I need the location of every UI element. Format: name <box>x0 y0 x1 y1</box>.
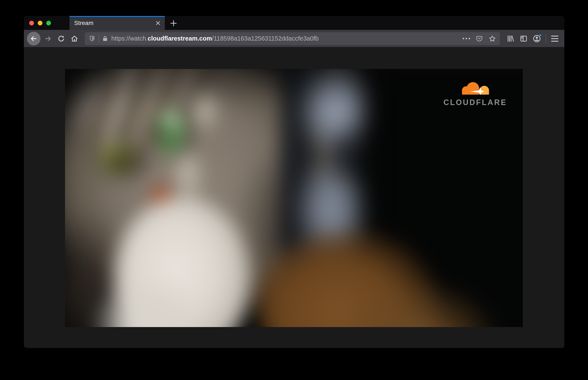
url-scheme: https://watch. <box>111 35 148 42</box>
reload-button[interactable] <box>56 33 67 44</box>
video-frame-cat <box>65 69 523 327</box>
sidebar-icon[interactable] <box>518 33 529 44</box>
navigation-toolbar: https://watch.cloudflarestream.com/11859… <box>24 30 564 47</box>
window-controls <box>24 21 51 25</box>
bookmark-star-icon[interactable] <box>488 35 496 42</box>
browser-window: Stream <box>24 16 564 348</box>
video-player[interactable]: CLOUDFLARE <box>65 69 523 327</box>
close-window-button[interactable] <box>29 21 34 25</box>
menu-hamburger-icon[interactable] <box>549 33 560 44</box>
back-button[interactable] <box>27 32 40 45</box>
library-icon[interactable] <box>505 33 516 44</box>
url-domain: cloudflarestream.com <box>148 35 212 42</box>
lock-icon[interactable] <box>102 36 108 42</box>
page-actions <box>463 35 496 42</box>
toolbar-divider <box>546 34 546 43</box>
page-actions-icon[interactable] <box>463 38 470 39</box>
home-button[interactable] <box>69 33 80 44</box>
tab-title: Stream <box>74 20 154 26</box>
minimize-window-button[interactable] <box>38 21 42 25</box>
tab-stream[interactable]: Stream <box>69 16 165 30</box>
tracking-protection-shield-icon[interactable] <box>89 35 96 42</box>
new-tab-button[interactable] <box>168 18 179 29</box>
pocket-icon[interactable] <box>476 35 483 42</box>
url-bar[interactable]: https://watch.cloudflarestream.com/11859… <box>85 32 500 45</box>
close-tab-icon[interactable] <box>154 19 162 27</box>
cloudflare-cloud-icon <box>458 80 492 97</box>
cloudflare-logo: CLOUDFLARE <box>440 80 510 107</box>
active-tab-indicator <box>69 16 165 17</box>
url-text: https://watch.cloudflarestream.com/11859… <box>111 35 458 42</box>
zoom-window-button[interactable] <box>46 21 51 25</box>
forward-button[interactable] <box>43 33 53 44</box>
account-notification-dot <box>539 34 542 37</box>
urlbar-divider <box>99 35 99 42</box>
title-bar: Stream <box>24 16 564 30</box>
page-content: CLOUDFLARE <box>24 47 564 348</box>
cloudflare-wordmark: CLOUDFLARE <box>440 98 510 107</box>
account-button[interactable] <box>532 33 542 44</box>
url-path: /118598a163a125631152ddaccfe3a0fb <box>212 35 318 42</box>
